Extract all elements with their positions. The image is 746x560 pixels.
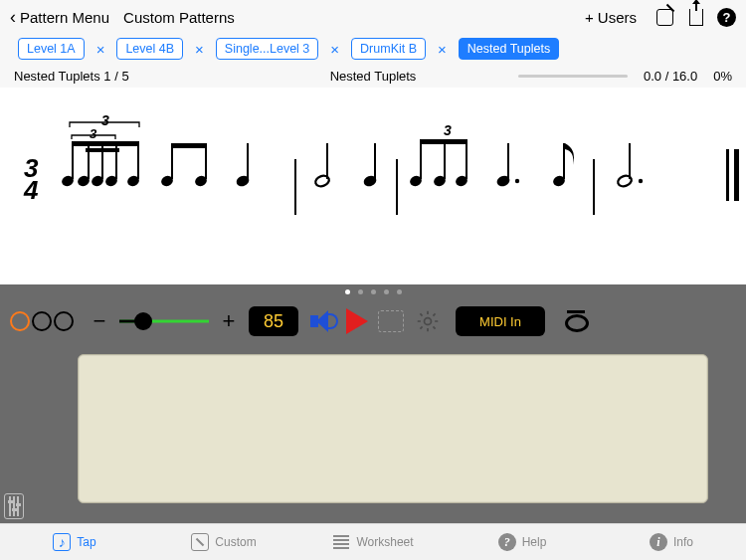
- pattern-chip[interactable]: Level 1A: [18, 38, 85, 60]
- pattern-chip[interactable]: Nested Tuplets: [459, 38, 559, 60]
- count-circle-3: [54, 311, 74, 331]
- page-indicator[interactable]: [0, 284, 746, 298]
- tempo-plus-button[interactable]: +: [219, 308, 239, 334]
- status-row: Nested Tuplets 1 / 5 Nested Tuplets 0.0 …: [0, 64, 746, 88]
- tap-note-icon: ♪: [53, 533, 71, 551]
- midi-in-button[interactable]: MIDI In: [456, 306, 545, 336]
- chip-close-icon[interactable]: ×: [193, 41, 206, 58]
- svg-point-41: [617, 174, 634, 188]
- tab-label: Custom: [215, 535, 256, 549]
- svg-point-43: [425, 318, 432, 325]
- transport-controls: − + 85 MIDI In: [0, 298, 746, 344]
- tab-tap[interactable]: ♪ Tap: [0, 533, 149, 551]
- tap-pad[interactable]: [78, 354, 708, 503]
- speaker-icon[interactable]: [308, 308, 336, 334]
- tab-label: Help: [522, 535, 547, 549]
- svg-rect-26: [374, 143, 376, 179]
- whole-note-icon[interactable]: [565, 314, 587, 328]
- tuplet-mark: 3: [101, 112, 109, 128]
- back-button[interactable]: Pattern Menu: [20, 9, 109, 26]
- svg-rect-22: [247, 143, 249, 179]
- svg-rect-3: [726, 149, 729, 201]
- compose-icon[interactable]: [656, 9, 673, 26]
- status-progress-label: Nested Tuplets 1 / 5: [14, 69, 129, 84]
- time-sig-bottom: 4: [23, 175, 39, 205]
- page-title: Custom Patterns: [123, 9, 235, 26]
- tab-label: Info: [673, 535, 693, 549]
- add-users-button[interactable]: + Users: [585, 9, 637, 26]
- svg-rect-9: [101, 141, 103, 179]
- worksheet-icon: [332, 533, 350, 551]
- svg-rect-18: [171, 143, 173, 179]
- svg-rect-2: [593, 159, 595, 215]
- chip-close-icon[interactable]: ×: [436, 41, 449, 58]
- back-chevron-icon[interactable]: ‹: [10, 7, 16, 28]
- count-circles[interactable]: [10, 311, 74, 331]
- svg-rect-11: [137, 141, 139, 179]
- page-dot: [358, 289, 363, 294]
- svg-point-25: [314, 174, 331, 188]
- page-dot: [345, 289, 350, 294]
- tempo-display[interactable]: 85: [249, 306, 298, 336]
- svg-rect-17: [171, 143, 207, 148]
- svg-rect-38: [563, 143, 565, 179]
- page-dot: [371, 289, 376, 294]
- status-score: 0.0 / 16.0: [644, 69, 697, 84]
- svg-rect-7: [72, 141, 74, 179]
- notation-area: 3 4 3 3 3: [0, 88, 746, 284]
- svg-rect-30: [444, 139, 446, 179]
- mixer-icon[interactable]: [4, 493, 24, 519]
- info-round-icon: i: [650, 533, 667, 551]
- tab-help[interactable]: ? Help: [448, 533, 597, 551]
- status-percent: 0%: [713, 69, 732, 84]
- pattern-chip[interactable]: Level 4B: [116, 38, 183, 60]
- record-box-icon[interactable]: [378, 310, 404, 332]
- pattern-chip[interactable]: DrumKit B: [351, 38, 426, 60]
- svg-rect-0: [294, 159, 296, 215]
- tuplet-mark: 3: [444, 122, 452, 138]
- help-icon[interactable]: ?: [717, 8, 736, 27]
- bottom-tab-bar: ♪ Tap Custom Worksheet ? Help i Info: [0, 523, 746, 560]
- page-dot: [384, 289, 389, 294]
- pencil-icon: [191, 533, 209, 551]
- svg-rect-19: [205, 143, 207, 179]
- svg-rect-40: [629, 143, 631, 179]
- svg-rect-4: [734, 149, 739, 201]
- svg-rect-5: [72, 141, 139, 146]
- tempo-minus-button[interactable]: −: [90, 308, 109, 334]
- tempo-slider[interactable]: [119, 311, 209, 331]
- play-button[interactable]: [346, 308, 368, 334]
- svg-rect-31: [466, 139, 467, 179]
- pattern-chips-row: Level 1A×Level 4B×Single...Level 3×DrumK…: [0, 34, 746, 64]
- top-nav: ‹ Pattern Menu Custom Patterns + Users ?: [0, 0, 746, 34]
- count-circle-2: [32, 311, 52, 331]
- chip-close-icon[interactable]: ×: [328, 41, 341, 58]
- tab-custom[interactable]: Custom: [149, 533, 298, 551]
- help-round-icon: ?: [498, 533, 516, 551]
- count-circle-1: [10, 311, 30, 331]
- svg-point-37: [515, 179, 519, 183]
- svg-rect-35: [507, 143, 509, 179]
- page-dot: [397, 289, 402, 294]
- svg-rect-24: [326, 143, 328, 179]
- svg-rect-8: [88, 141, 90, 179]
- progress-bar: [518, 75, 628, 78]
- tab-info[interactable]: i Info: [597, 533, 746, 551]
- pattern-chip[interactable]: Single...Level 3: [216, 38, 318, 60]
- settings-gear-icon[interactable]: [414, 307, 442, 335]
- tab-label: Worksheet: [356, 535, 413, 549]
- tab-label: Tap: [77, 535, 95, 549]
- chip-close-icon[interactable]: ×: [94, 41, 107, 58]
- tuplet-mark: 3: [90, 126, 97, 141]
- svg-rect-1: [396, 159, 398, 215]
- svg-point-42: [639, 179, 643, 183]
- tab-worksheet[interactable]: Worksheet: [298, 533, 448, 551]
- status-pattern-name: Nested Tuplets: [330, 69, 417, 84]
- svg-rect-29: [420, 139, 422, 179]
- tap-pad-area: [0, 344, 746, 523]
- svg-rect-10: [115, 141, 117, 179]
- share-icon[interactable]: [689, 9, 703, 26]
